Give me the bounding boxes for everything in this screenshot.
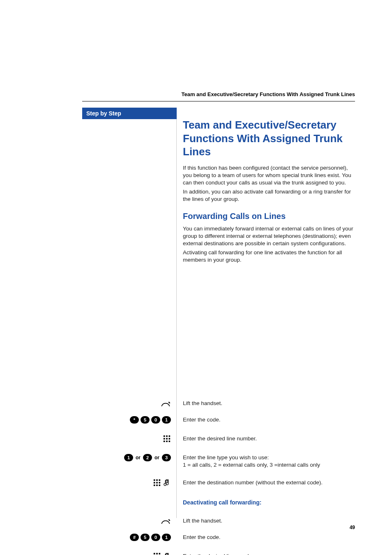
step-icon-area: # 5 0 1 — [82, 534, 177, 541]
svg-rect-20 — [159, 553, 161, 555]
step-row-lift-handset-2: Lift the handset. — [82, 517, 355, 526]
step-row-code-deactivate: # 5 0 1 Enter the code. — [82, 534, 355, 541]
page-number: 49 — [350, 525, 355, 530]
step-icon-area — [82, 517, 177, 526]
step-text-enter-line: Enter the desired line number. — [177, 435, 355, 442]
page: Team and Executive/Secretary Functions W… — [0, 0, 392, 555]
tone-note-icon — [163, 553, 171, 555]
keypad-icon — [153, 553, 161, 555]
line-type-sub: 1 = all calls, 2 = external calls only, … — [183, 461, 355, 469]
key-hash: # — [130, 534, 139, 541]
key-0: 0 — [151, 534, 160, 541]
line-type-main: Enter the line type you wish to use: — [183, 454, 269, 461]
step-text-lift-handset-2: Lift the handset. — [177, 517, 355, 525]
key-5: 5 — [141, 534, 150, 541]
key-1: 1 — [162, 534, 171, 541]
step-icon-area — [82, 553, 177, 555]
section-body-1: You can immediately forward internal or … — [183, 225, 355, 248]
deactivate-heading-wrap: Deactivating call forwarding: — [177, 494, 355, 510]
page-title: Team and Executive/Secretary Functions W… — [183, 118, 355, 159]
step-by-step-header: Step by Step — [82, 108, 177, 119]
section-body-2: Activating call forwarding for one line … — [183, 249, 355, 264]
step-text-code-deactivate: Enter the code. — [177, 534, 355, 541]
step-text-enter-dest: Enter the destination number (without th… — [177, 479, 355, 486]
running-header: Team and Executive/Secretary Functions W… — [82, 91, 355, 101]
svg-rect-18 — [154, 553, 155, 555]
step-text-line-type: Enter the line type you wish to use: 1 =… — [177, 454, 355, 469]
section-heading-forwarding: Forwarding Calls on Lines — [183, 212, 355, 221]
step-text-lift-handset: Lift the handset. — [177, 400, 355, 407]
step-text-enter-line-2: Enter the desired line number. — [177, 553, 355, 555]
intro-paragraph-1: If this function has been configured (co… — [183, 164, 355, 187]
deactivate-heading: Deactivating call forwarding: — [183, 499, 355, 507]
step-row-enter-line-2: Enter the desired line number. — [82, 553, 355, 555]
content: Step by Step Team and Executive/Secretar… — [82, 108, 355, 518]
header-rule — [82, 101, 355, 101]
right-column: Team and Executive/Secretary Functions W… — [183, 108, 355, 264]
intro-paragraph-2: In addition, you can also activate call … — [183, 188, 355, 203]
step-text-code-activate: Enter the code. — [177, 416, 355, 424]
svg-rect-19 — [156, 553, 158, 555]
left-column: Step by Step — [82, 108, 177, 518]
handset-lift-icon — [160, 517, 171, 526]
